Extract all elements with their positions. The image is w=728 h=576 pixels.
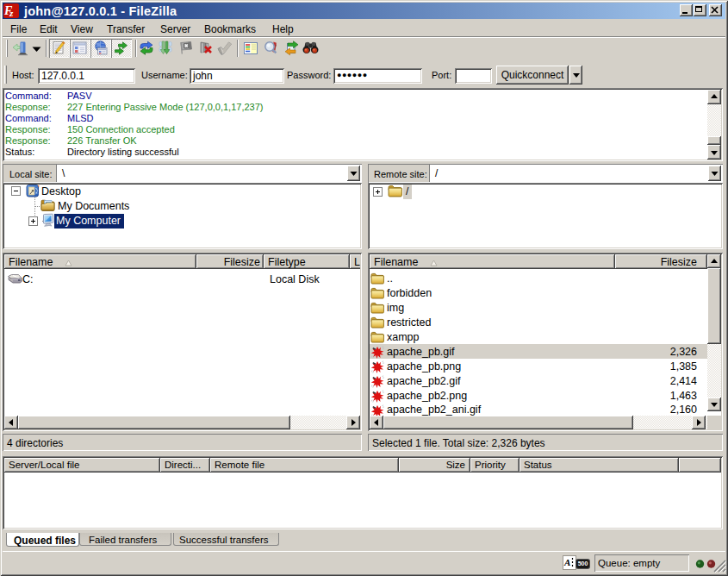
svg-text:A: A <box>563 557 570 567</box>
svg-text:z: z <box>9 8 14 18</box>
